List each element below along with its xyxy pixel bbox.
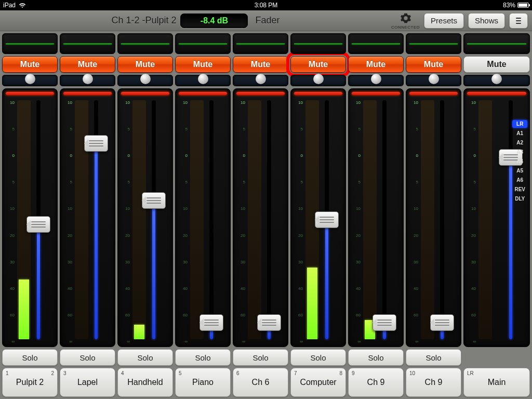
solo-button[interactable]: Solo <box>60 349 115 366</box>
mute-button[interactable]: Mute <box>233 56 288 73</box>
pan-control[interactable] <box>117 75 173 86</box>
aux-button-dly[interactable]: DLY <box>512 195 527 203</box>
channel-name-button[interactable]: 9 Ch 9 <box>348 368 404 397</box>
channel-strip: Mute 105051020304060∞ Solo 6 Ch 6 <box>233 33 288 397</box>
channel-name-button[interactable]: 10 Ch 9 <box>406 368 461 397</box>
channel-name-button[interactable]: 1 2 Pulpit 2 <box>2 368 58 397</box>
pan-control[interactable] <box>463 75 530 86</box>
mute-button[interactable]: Mute <box>117 56 173 73</box>
mute-button[interactable]: Mute <box>2 56 58 73</box>
clip-indicator <box>409 92 458 95</box>
pan-knob[interactable] <box>140 74 151 84</box>
solo-button[interactable]: Solo <box>406 349 461 366</box>
clock-label: 3:08 PM <box>255 2 278 9</box>
aux-button-a2[interactable]: A2 <box>512 139 527 147</box>
mini-meter[interactable] <box>2 33 58 54</box>
aux-button-a4[interactable]: A4 <box>512 157 527 165</box>
level-meter <box>478 100 492 339</box>
fader-slider[interactable] <box>431 100 454 339</box>
mini-meter[interactable] <box>175 33 231 54</box>
aux-button-a6[interactable]: A6 <box>512 176 527 184</box>
fader-track[interactable]: 105051020304060∞ <box>233 88 288 347</box>
fader-track[interactable]: 105051020304060∞ <box>348 88 404 347</box>
fader-slider[interactable] <box>258 100 281 339</box>
fader-slider[interactable] <box>315 100 338 339</box>
pan-knob[interactable] <box>491 74 502 84</box>
pan-knob[interactable] <box>198 74 208 84</box>
mute-button[interactable]: Mute <box>175 56 231 73</box>
solo-button[interactable]: Solo <box>233 349 288 366</box>
presets-button[interactable]: Presets <box>424 13 464 29</box>
mini-meter[interactable] <box>406 33 461 54</box>
pan-knob[interactable] <box>371 74 381 84</box>
pan-control[interactable] <box>2 75 58 86</box>
pan-knob[interactable] <box>429 74 439 84</box>
pan-knob[interactable] <box>256 74 266 84</box>
pan-control[interactable] <box>406 75 461 86</box>
mute-button[interactable]: Mute <box>348 56 404 73</box>
menu-button[interactable] <box>509 13 528 29</box>
db-display: -8.4 dB <box>180 14 248 28</box>
fader-slider[interactable] <box>27 100 50 339</box>
solo-button[interactable]: Solo <box>117 349 173 366</box>
channel-name-button[interactable]: LR Main <box>463 368 530 397</box>
fader-track[interactable]: 105051020304060∞ <box>60 88 115 347</box>
fader-track[interactable]: 105051020304060∞ <box>175 88 231 347</box>
pan-knob[interactable] <box>83 74 93 84</box>
aux-button-a1[interactable]: A1 <box>512 129 527 137</box>
clip-indicator <box>352 92 400 95</box>
mini-meter[interactable] <box>348 33 404 54</box>
pan-control[interactable] <box>175 75 231 86</box>
mute-button[interactable]: Mute <box>463 56 530 73</box>
channel-name-button[interactable]: 7 8 Computer <box>290 368 346 397</box>
mini-meter[interactable] <box>233 33 288 54</box>
fader-slider[interactable] <box>200 100 223 339</box>
channel-name-label: Piano <box>192 378 214 387</box>
battery-pct-label: 83% <box>503 2 515 9</box>
mini-meter[interactable] <box>117 33 173 54</box>
fader-slider[interactable] <box>85 100 108 339</box>
fader-slider[interactable] <box>142 100 165 339</box>
channel-name-button[interactable]: 6 Ch 6 <box>233 368 288 397</box>
channel-strip: Mute 105051020304060∞ Solo 9 Ch 9 <box>348 33 404 397</box>
wifi-icon <box>19 3 26 8</box>
fader-track[interactable]: 105051020304060∞ <box>117 88 173 347</box>
pan-control[interactable] <box>290 75 346 86</box>
clip-indicator <box>121 92 169 95</box>
solo-button[interactable]: Solo <box>348 349 404 366</box>
pan-control[interactable] <box>348 75 404 86</box>
pan-knob[interactable] <box>25 74 35 84</box>
fader-track[interactable]: 105051020304060∞ LRA1A2A3A4A5A6REVDLY <box>463 88 530 347</box>
aux-button-a3[interactable]: A3 <box>512 148 527 156</box>
ios-status-bar: iPad 3:08 PM 83% <box>0 0 532 10</box>
mini-meter[interactable] <box>290 33 346 54</box>
fader-track[interactable]: 105051020304060∞ <box>2 88 58 347</box>
gear-icon[interactable] <box>399 11 413 25</box>
mute-button[interactable]: Mute <box>60 56 115 73</box>
clip-indicator <box>6 92 54 95</box>
fader-track[interactable]: 105051020304060∞ <box>290 88 346 347</box>
mini-meter[interactable] <box>60 33 115 54</box>
channel-name-button[interactable]: 4 Handheld <box>117 368 173 397</box>
channel-name-button[interactable]: 5 Piano <box>175 368 231 397</box>
pan-knob[interactable] <box>313 74 324 84</box>
solo-button[interactable]: Solo <box>175 349 231 366</box>
aux-button-lr[interactable]: LR <box>512 120 527 128</box>
aux-button-rev[interactable]: REV <box>512 185 527 193</box>
pan-control[interactable] <box>233 75 288 86</box>
mute-button[interactable]: Mute <box>406 56 461 73</box>
shows-button[interactable]: Shows <box>468 13 505 29</box>
fader-slider[interactable] <box>373 100 396 339</box>
fader-track[interactable]: 105051020304060∞ <box>406 88 461 347</box>
solo-button[interactable]: Solo <box>2 349 58 366</box>
channel-name-button[interactable]: 3 Lapel <box>60 368 115 397</box>
clip-indicator <box>294 92 342 95</box>
mute-button[interactable]: Mute <box>290 56 346 73</box>
aux-button-a5[interactable]: A5 <box>512 167 527 175</box>
pan-control[interactable] <box>60 75 115 86</box>
channel-name-label: Ch 9 <box>425 378 443 387</box>
solo-button[interactable]: Solo <box>290 349 346 366</box>
mini-meter[interactable] <box>463 33 530 54</box>
clip-indicator <box>236 92 285 95</box>
top-toolbar: Ch 1-2 -Pulpit 2 -8.4 dB Fader CONNECTED… <box>0 10 532 31</box>
